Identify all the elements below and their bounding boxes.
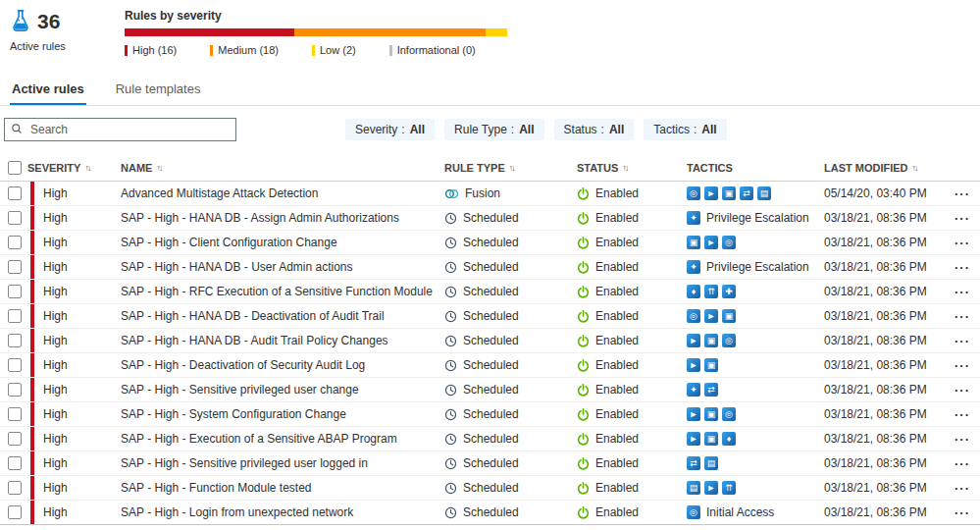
table-row[interactable]: HighSAP - High - HANA DB - Assign Admin … [0, 206, 980, 231]
rule-name: SAP - High - RFC Execution of a Sensitiv… [121, 285, 444, 298]
select-all-checkbox[interactable] [8, 161, 22, 175]
column-header-status[interactable]: STATUS↑↓ [577, 162, 687, 174]
search-box [4, 118, 236, 141]
row-checkbox[interactable] [8, 456, 22, 470]
row-context-menu-button[interactable]: ··· [954, 383, 970, 398]
last-modified: 03/18/21, 08:36 PM [824, 481, 945, 495]
row-context-menu-button[interactable]: ··· [954, 186, 970, 201]
initial-access-icon: ◎ [687, 505, 700, 519]
persistence-icon: ▣ [722, 186, 736, 200]
row-checkbox[interactable] [8, 481, 22, 495]
column-header-name[interactable]: NAME↑↓ [121, 162, 444, 174]
severity-legend: High (16)Medium (18)Low (2)Informational… [125, 44, 507, 56]
column-header-severity[interactable]: SEVERITY↑↓ [27, 162, 121, 174]
table-row[interactable]: HighSAP - High - Sensitive privileged us… [0, 451, 980, 476]
status-label: Enabled [595, 211, 639, 225]
rule-type-label: Scheduled [463, 334, 519, 347]
tab-rule-templates[interactable]: Rule templates [114, 76, 203, 105]
table-row[interactable]: HighSAP - High - HANA DB - Deactivation … [0, 304, 980, 329]
row-context-menu-button[interactable]: ··· [954, 456, 970, 471]
initial-access-icon: ◎ [687, 186, 700, 200]
scheduled-icon [444, 261, 457, 274]
row-context-menu-button[interactable]: ··· [954, 309, 970, 324]
row-checkbox[interactable] [8, 260, 22, 274]
enabled-icon [577, 433, 590, 446]
column-header-last-modified[interactable]: LAST MODIFIED↑↓ [824, 162, 945, 174]
rule-type-label: Scheduled [463, 260, 519, 274]
table-row[interactable]: HighSAP - High - Client Configuration Ch… [0, 231, 980, 255]
search-input[interactable] [28, 122, 230, 137]
status-label: Enabled [595, 456, 639, 470]
table-row[interactable]: HighSAP - High - RFC Execution of a Sens… [0, 280, 980, 304]
filter-pill-rule-type[interactable]: Rule Type:All [444, 119, 544, 140]
rule-type-label: Scheduled [463, 505, 519, 519]
row-context-menu-button[interactable]: ··· [954, 211, 970, 226]
row-checkbox[interactable] [8, 309, 22, 323]
legend-swatch-icon [312, 45, 315, 56]
row-checkbox[interactable] [8, 505, 22, 519]
row-context-menu-button[interactable]: ··· [954, 505, 970, 520]
table-row[interactable]: HighSAP - High - HANA DB - User Admin ac… [0, 255, 980, 280]
tactic-label: Privilege Escalation [706, 211, 809, 225]
severity-bar [30, 476, 34, 500]
status-label: Enabled [595, 186, 639, 200]
table-row[interactable]: HighSAP - High - Deactivation of Securit… [0, 353, 980, 378]
severity-label: High [43, 358, 68, 372]
scheduled-icon [444, 286, 457, 298]
row-checkbox[interactable] [8, 432, 22, 446]
row-checkbox[interactable] [8, 383, 22, 397]
filter-pill-status[interactable]: Status:All [554, 119, 635, 140]
enabled-icon [577, 408, 590, 421]
severity-bar [30, 501, 34, 524]
filter-pill-tactics[interactable]: Tactics:All [644, 119, 726, 140]
row-context-menu-button[interactable]: ··· [954, 236, 970, 250]
privilege-escalation-icon: ✦ [687, 211, 700, 225]
table-row[interactable]: HighSAP - High - System Configuration Ch… [0, 402, 980, 427]
tactics-cell: ⇄▤ [687, 456, 824, 470]
row-context-menu-button[interactable]: ··· [954, 334, 970, 348]
row-checkbox[interactable] [8, 358, 22, 372]
severity-label: High [43, 236, 68, 249]
table-row[interactable]: HighSAP - High - HANA DB - Audit Trail P… [0, 329, 980, 353]
filter-pill-name: Status [564, 123, 597, 136]
severity-label: High [43, 260, 68, 274]
tactics-cell: ◎►▣⇄▤ [687, 186, 824, 200]
table-row[interactable]: HighSAP - High - Execution of a Sensitiv… [0, 427, 980, 451]
row-context-menu-button[interactable]: ··· [954, 285, 970, 299]
execution-icon: ► [687, 358, 700, 372]
severity-bar [30, 329, 34, 352]
row-checkbox[interactable] [8, 211, 22, 225]
row-context-menu-button[interactable]: ··· [954, 260, 970, 275]
row-context-menu-button[interactable]: ··· [954, 432, 970, 447]
privilege-escalation-icon: ✦ [687, 260, 700, 274]
row-checkbox[interactable] [8, 285, 22, 298]
row-context-menu-button[interactable]: ··· [954, 481, 970, 496]
row-checkbox[interactable] [8, 186, 22, 200]
column-header-tactics[interactable]: TACTICS [687, 162, 824, 174]
rule-type-label: Scheduled [463, 407, 519, 421]
enabled-icon [577, 506, 590, 519]
enabled-icon [577, 212, 590, 225]
table-row[interactable]: HighAdvanced Multistage Attack Detection… [0, 182, 980, 206]
exfiltration-icon: ⇈ [704, 285, 718, 298]
row-checkbox[interactable] [8, 407, 22, 421]
row-checkbox[interactable] [8, 334, 22, 347]
execution-icon: ► [687, 432, 700, 446]
table-row[interactable]: HighSAP - High - Sensitive privileged us… [0, 378, 980, 402]
row-context-menu-button[interactable]: ··· [954, 358, 970, 373]
last-modified: 03/18/21, 08:36 PM [824, 334, 945, 347]
initial-access-icon: ◎ [722, 236, 736, 249]
tab-active-rules[interactable]: Active rules [10, 76, 86, 105]
severity-label: High [43, 383, 68, 397]
enabled-icon [577, 237, 590, 249]
column-header-rule-type[interactable]: RULE TYPE↑↓ [444, 162, 577, 174]
row-checkbox[interactable] [8, 236, 22, 249]
row-context-menu-button[interactable]: ··· [954, 407, 970, 422]
table-row[interactable]: HighSAP - High - Function Module testedS… [0, 476, 980, 501]
table-row[interactable]: HighSAP - High - Login from unexpected n… [0, 501, 980, 525]
initial-access-icon: ◎ [687, 309, 700, 323]
fusion-icon [444, 187, 459, 200]
enabled-icon [577, 286, 590, 298]
sort-icon: ↑↓ [84, 163, 89, 173]
filter-pill-severity[interactable]: Severity:All [345, 119, 435, 140]
